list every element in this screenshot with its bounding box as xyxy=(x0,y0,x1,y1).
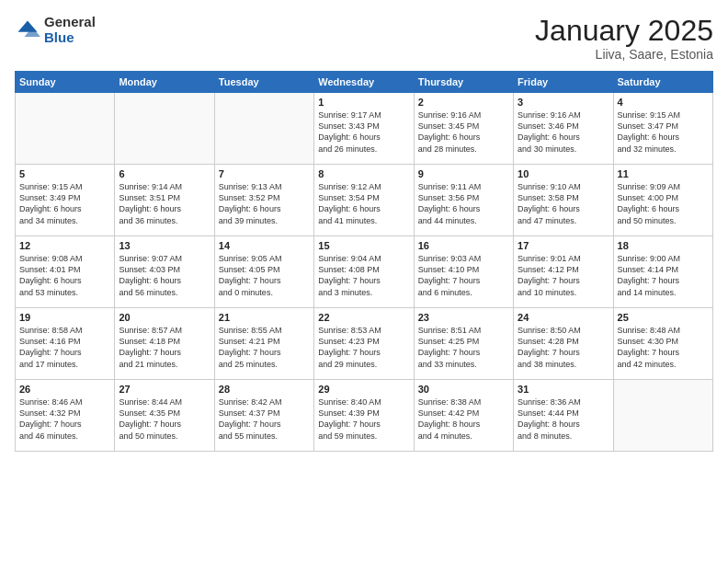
day-number: 3 xyxy=(518,97,609,108)
logo-icon xyxy=(15,17,40,43)
day-info: Sunrise: 8:44 AM Sunset: 4:35 PM Dayligh… xyxy=(119,396,210,442)
day-number: 28 xyxy=(219,384,310,395)
logo-general-text: General xyxy=(44,15,96,30)
day-info: Sunrise: 9:08 AM Sunset: 4:01 PM Dayligh… xyxy=(19,253,110,298)
day-info: Sunrise: 8:55 AM Sunset: 4:21 PM Dayligh… xyxy=(219,325,310,370)
day-info: Sunrise: 8:48 AM Sunset: 4:30 PM Dayligh… xyxy=(618,325,709,370)
day-info: Sunrise: 8:38 AM Sunset: 4:42 PM Dayligh… xyxy=(418,396,509,442)
day-info: Sunrise: 9:14 AM Sunset: 3:51 PM Dayligh… xyxy=(119,181,210,226)
calendar-week-row: 1Sunrise: 9:17 AM Sunset: 3:43 PM Daylig… xyxy=(16,93,713,165)
header-saturday: Saturday xyxy=(613,72,712,93)
day-info: Sunrise: 8:53 AM Sunset: 4:23 PM Dayligh… xyxy=(318,325,409,370)
table-row: 15Sunrise: 9:04 AM Sunset: 4:08 PM Dayli… xyxy=(314,236,414,308)
day-info: Sunrise: 8:57 AM Sunset: 4:18 PM Dayligh… xyxy=(119,325,210,370)
day-number: 5 xyxy=(19,168,110,179)
day-number: 24 xyxy=(518,312,609,323)
table-row: 25Sunrise: 8:48 AM Sunset: 4:30 PM Dayli… xyxy=(613,308,712,380)
day-info: Sunrise: 9:16 AM Sunset: 3:45 PM Dayligh… xyxy=(418,109,509,155)
table-row: 2Sunrise: 9:16 AM Sunset: 3:45 PM Daylig… xyxy=(414,93,513,165)
logo-blue-text: Blue xyxy=(44,30,96,46)
day-number: 8 xyxy=(318,168,409,179)
day-info: Sunrise: 9:15 AM Sunset: 3:47 PM Dayligh… xyxy=(618,109,709,155)
day-info: Sunrise: 9:12 AM Sunset: 3:54 PM Dayligh… xyxy=(318,181,409,226)
weekday-header-row: Sunday Monday Tuesday Wednesday Thursday… xyxy=(16,72,713,93)
header-monday: Monday xyxy=(115,72,214,93)
day-number: 1 xyxy=(318,97,409,108)
table-row: 31Sunrise: 8:36 AM Sunset: 4:44 PM Dayli… xyxy=(514,380,613,452)
table-row: 1Sunrise: 9:17 AM Sunset: 3:43 PM Daylig… xyxy=(314,93,414,165)
calendar-subtitle: Liiva, Saare, Estonia xyxy=(535,47,713,62)
header: General Blue January 2025 Liiva, Saare, … xyxy=(15,15,713,62)
calendar-table: Sunday Monday Tuesday Wednesday Thursday… xyxy=(15,71,713,452)
header-thursday: Thursday xyxy=(414,72,513,93)
table-row: 24Sunrise: 8:50 AM Sunset: 4:28 PM Dayli… xyxy=(514,308,613,380)
day-number: 21 xyxy=(219,312,310,323)
day-info: Sunrise: 9:07 AM Sunset: 4:03 PM Dayligh… xyxy=(119,253,210,298)
day-info: Sunrise: 9:15 AM Sunset: 3:49 PM Dayligh… xyxy=(19,181,110,226)
day-number: 17 xyxy=(518,240,609,251)
table-row: 8Sunrise: 9:12 AM Sunset: 3:54 PM Daylig… xyxy=(314,165,414,236)
day-info: Sunrise: 8:36 AM Sunset: 4:44 PM Dayligh… xyxy=(518,396,609,442)
table-row: 4Sunrise: 9:15 AM Sunset: 3:47 PM Daylig… xyxy=(613,93,712,165)
table-row: 22Sunrise: 8:53 AM Sunset: 4:23 PM Dayli… xyxy=(314,308,414,380)
day-info: Sunrise: 9:01 AM Sunset: 4:12 PM Dayligh… xyxy=(518,253,609,298)
day-info: Sunrise: 8:50 AM Sunset: 4:28 PM Dayligh… xyxy=(518,325,609,370)
day-number: 6 xyxy=(119,168,210,179)
logo: General Blue xyxy=(15,15,96,45)
calendar-week-row: 19Sunrise: 8:58 AM Sunset: 4:16 PM Dayli… xyxy=(16,308,713,380)
day-number: 18 xyxy=(618,240,709,251)
calendar-title: January 2025 xyxy=(535,15,713,47)
table-row: 6Sunrise: 9:14 AM Sunset: 3:51 PM Daylig… xyxy=(115,165,214,236)
table-row: 30Sunrise: 8:38 AM Sunset: 4:42 PM Dayli… xyxy=(414,380,513,452)
day-info: Sunrise: 8:40 AM Sunset: 4:39 PM Dayligh… xyxy=(318,396,409,442)
header-sunday: Sunday xyxy=(16,72,115,93)
table-row: 11Sunrise: 9:09 AM Sunset: 4:00 PM Dayli… xyxy=(613,165,712,236)
table-row: 21Sunrise: 8:55 AM Sunset: 4:21 PM Dayli… xyxy=(214,308,313,380)
day-info: Sunrise: 9:05 AM Sunset: 4:05 PM Dayligh… xyxy=(219,253,310,298)
calendar-week-row: 26Sunrise: 8:46 AM Sunset: 4:32 PM Dayli… xyxy=(16,380,713,452)
day-info: Sunrise: 9:11 AM Sunset: 3:56 PM Dayligh… xyxy=(418,181,509,226)
day-info: Sunrise: 9:00 AM Sunset: 4:14 PM Dayligh… xyxy=(618,253,709,298)
title-block: January 2025 Liiva, Saare, Estonia xyxy=(535,15,713,62)
day-number: 4 xyxy=(618,97,709,108)
day-number: 15 xyxy=(318,240,409,251)
day-info: Sunrise: 9:04 AM Sunset: 4:08 PM Dayligh… xyxy=(318,253,409,298)
page: General Blue January 2025 Liiva, Saare, … xyxy=(0,0,728,563)
table-row: 7Sunrise: 9:13 AM Sunset: 3:52 PM Daylig… xyxy=(214,165,313,236)
day-number: 27 xyxy=(119,384,210,395)
day-number: 31 xyxy=(518,384,609,395)
day-number: 25 xyxy=(618,312,709,323)
day-number: 9 xyxy=(418,168,509,179)
header-wednesday: Wednesday xyxy=(314,72,414,93)
day-number: 10 xyxy=(518,168,609,179)
logo-text: General Blue xyxy=(44,15,96,45)
day-number: 26 xyxy=(19,384,110,395)
day-number: 7 xyxy=(219,168,310,179)
day-info: Sunrise: 9:13 AM Sunset: 3:52 PM Dayligh… xyxy=(219,181,310,226)
day-info: Sunrise: 9:10 AM Sunset: 3:58 PM Dayligh… xyxy=(518,181,609,226)
header-friday: Friday xyxy=(514,72,613,93)
day-number: 2 xyxy=(418,97,509,108)
table-row: 23Sunrise: 8:51 AM Sunset: 4:25 PM Dayli… xyxy=(414,308,513,380)
day-number: 19 xyxy=(19,312,110,323)
table-row: 14Sunrise: 9:05 AM Sunset: 4:05 PM Dayli… xyxy=(214,236,313,308)
table-row xyxy=(613,380,712,452)
day-number: 20 xyxy=(119,312,210,323)
day-number: 13 xyxy=(119,240,210,251)
table-row: 29Sunrise: 8:40 AM Sunset: 4:39 PM Dayli… xyxy=(314,380,414,452)
table-row: 16Sunrise: 9:03 AM Sunset: 4:10 PM Dayli… xyxy=(414,236,513,308)
table-row: 28Sunrise: 8:42 AM Sunset: 4:37 PM Dayli… xyxy=(214,380,313,452)
day-number: 11 xyxy=(618,168,709,179)
day-number: 12 xyxy=(19,240,110,251)
table-row xyxy=(16,93,115,165)
day-info: Sunrise: 8:46 AM Sunset: 4:32 PM Dayligh… xyxy=(19,396,110,442)
table-row: 26Sunrise: 8:46 AM Sunset: 4:32 PM Dayli… xyxy=(16,380,115,452)
table-row: 10Sunrise: 9:10 AM Sunset: 3:58 PM Dayli… xyxy=(514,165,613,236)
day-info: Sunrise: 9:17 AM Sunset: 3:43 PM Dayligh… xyxy=(318,109,409,155)
table-row: 18Sunrise: 9:00 AM Sunset: 4:14 PM Dayli… xyxy=(613,236,712,308)
table-row: 20Sunrise: 8:57 AM Sunset: 4:18 PM Dayli… xyxy=(115,308,214,380)
table-row xyxy=(115,93,214,165)
table-row: 13Sunrise: 9:07 AM Sunset: 4:03 PM Dayli… xyxy=(115,236,214,308)
day-number: 29 xyxy=(318,384,409,395)
table-row: 9Sunrise: 9:11 AM Sunset: 3:56 PM Daylig… xyxy=(414,165,513,236)
